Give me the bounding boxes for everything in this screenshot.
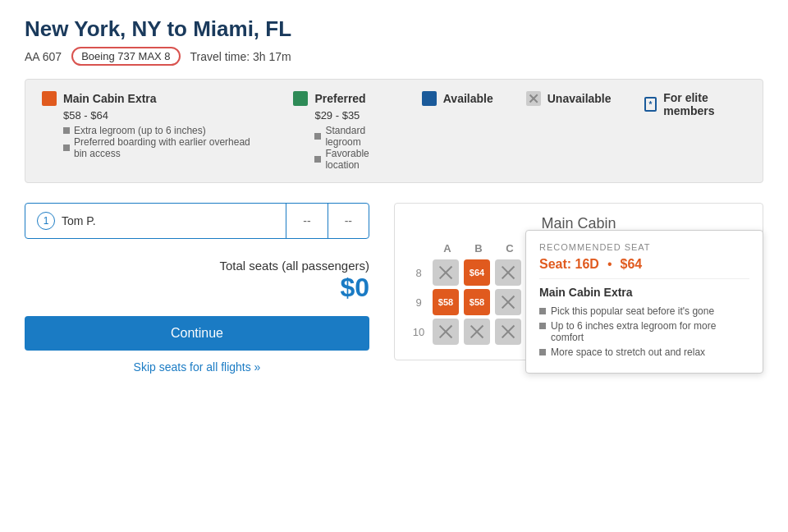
col-header-A: A <box>433 242 462 255</box>
tooltip-feature-2-text: Up to 6 inches extra legroom for more co… <box>551 320 749 343</box>
passenger-row: 1 Tom P. -- -- <box>25 203 369 239</box>
legend-bar: Main Cabin Extra $58 - $64 Extra legroom… <box>25 79 763 183</box>
aircraft-badge: Boeing 737 MAX 8 <box>71 47 180 66</box>
continue-button[interactable]: Continue <box>25 316 369 351</box>
mce-feature-1: Extra legroom (up to 6 inches) <box>74 125 206 136</box>
seat-8A[interactable] <box>433 259 459 286</box>
tooltip-seat: Seat: 16D <box>539 257 599 272</box>
tooltip-price: $64 <box>621 257 643 272</box>
tooltip-dot: • <box>607 257 612 272</box>
row-num-8: 8 <box>406 267 431 279</box>
seat-8B[interactable]: $64 <box>464 259 490 286</box>
tooltip-feature-3-text: More space to stretch out and relax <box>551 346 705 358</box>
col-header-B: B <box>464 242 493 255</box>
skip-link[interactable]: Skip seats for all flights » <box>25 360 369 374</box>
passenger-name-cell: 1 Tom P. <box>25 204 286 238</box>
seat-10C[interactable] <box>495 319 521 345</box>
seat-9C[interactable] <box>495 289 521 315</box>
passenger-seat-2[interactable]: -- <box>328 204 369 238</box>
available-swatch <box>422 91 437 106</box>
unavailable-swatch <box>526 91 541 106</box>
passenger-number: 1 <box>37 212 55 230</box>
legend-main-cabin-extra: Main Cabin Extra $58 - $64 Extra legroom… <box>42 91 260 159</box>
seat-9B[interactable]: $58 <box>464 289 490 315</box>
total-section: Total seats (all passengers) $0 <box>25 259 369 303</box>
legend-unavailable: Unavailable <box>526 91 612 106</box>
tooltip-label: RECOMMENDED SEAT <box>539 242 749 252</box>
travel-time: Travel time: 3h 17m <box>190 50 291 63</box>
pref-feature-1: Standard legroom <box>325 125 388 148</box>
elite-label: For elite members <box>663 91 746 117</box>
flight-info: AA 607 Boeing 737 MAX 8 Travel time: 3h … <box>25 47 763 66</box>
right-panel: Main Cabin A B C D E F 8 <box>394 203 763 374</box>
row-num-9: 9 <box>406 296 431 309</box>
main-cabin-extra-price: $58 - $64 <box>63 109 260 122</box>
preferred-features: Standard legroom Favorable location <box>314 125 388 171</box>
preferred-price: $29 - $35 <box>314 109 388 122</box>
col-header-empty <box>406 242 431 255</box>
main-cabin-extra-label: Main Cabin Extra <box>63 92 157 105</box>
pref-feature-2: Favorable location <box>325 148 388 171</box>
tooltip-feature-1: Pick this popular seat before it's gone <box>539 305 749 317</box>
main-cabin-extra-swatch <box>42 91 57 106</box>
seat-9A[interactable]: $58 <box>433 289 459 315</box>
main-cabin-extra-features: Extra legroom (up to 6 inches) Preferred… <box>63 125 260 159</box>
total-amount: $0 <box>25 273 369 303</box>
passenger-seat-1[interactable]: -- <box>286 204 327 238</box>
preferred-label: Preferred <box>314 92 365 105</box>
legend-elite: * For elite members <box>644 91 746 117</box>
tooltip-feature-3: More space to stretch out and relax <box>539 346 749 358</box>
left-panel: 1 Tom P. -- -- Total seats (all passenge… <box>25 203 369 374</box>
seat-8C[interactable] <box>495 259 521 286</box>
page-title: New York, NY to Miami, FL <box>25 16 763 42</box>
seat-10B[interactable] <box>464 319 490 345</box>
flight-number: AA 607 <box>25 50 62 63</box>
tooltip-feature-2: Up to 6 inches extra legroom for more co… <box>539 320 749 343</box>
available-label: Available <box>443 92 493 105</box>
tooltip-type: Main Cabin Extra <box>539 286 749 299</box>
seat-10A[interactable] <box>433 319 459 345</box>
elite-swatch: * <box>644 97 657 112</box>
legend-available: Available <box>422 91 493 106</box>
tooltip-seat-price: Seat: 16D • $64 <box>539 257 749 279</box>
mce-feature-2: Preferred boarding with earlier overhead… <box>74 136 260 159</box>
row-num-10: 10 <box>406 326 431 338</box>
passenger-name: Tom P. <box>62 214 96 227</box>
unavailable-label: Unavailable <box>547 92 612 105</box>
tooltip-box: RECOMMENDED SEAT Seat: 16D • $64 Main Ca… <box>525 230 763 374</box>
tooltip-feature-1-text: Pick this popular seat before it's gone <box>551 305 714 317</box>
preferred-swatch <box>293 91 308 106</box>
col-header-C: C <box>495 242 525 255</box>
legend-preferred: Preferred $29 - $35 Standard legroom Fav… <box>293 91 388 171</box>
total-label: Total seats (all passengers) <box>25 259 369 273</box>
